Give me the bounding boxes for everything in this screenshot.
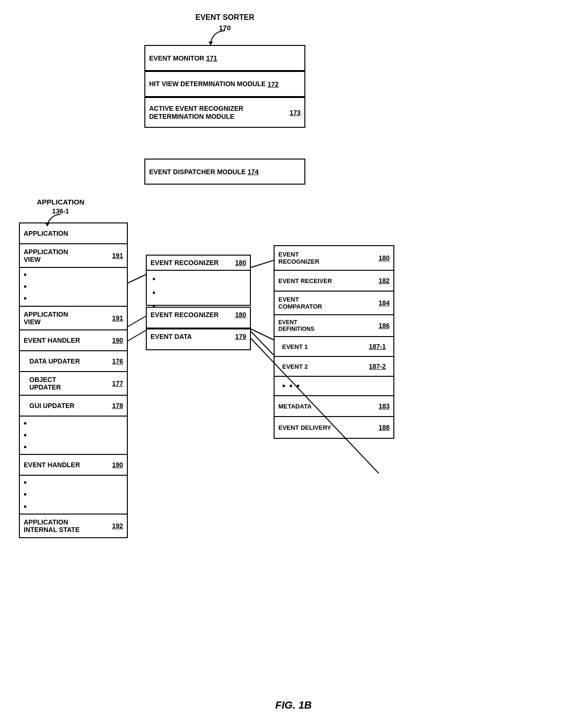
svg-marker-0 bbox=[208, 42, 213, 45]
event-data-box: EVENT DATA 179 bbox=[146, 328, 251, 350]
event-monitor-ref: 171 bbox=[206, 54, 217, 62]
figure-label: FIG. 1B bbox=[275, 699, 311, 711]
metadata-row: METADATA 183 bbox=[275, 396, 393, 417]
svg-line-8 bbox=[251, 329, 274, 340]
hit-view-box: HIT VIEW DETERMINATION MODULE 172 bbox=[144, 71, 305, 97]
svg-line-2 bbox=[128, 275, 146, 283]
svg-line-6 bbox=[251, 331, 274, 355]
event-1-row: EVENT 1 187-1 bbox=[275, 337, 393, 357]
event-sorter-number: 170 bbox=[159, 24, 291, 32]
event-delivery-row: EVENT DELIVERY 188 bbox=[275, 417, 393, 438]
app-row-internal-state: APPLICATIONINTERNAL STATE 192 bbox=[20, 515, 127, 537]
app-row-view-2: APPLICATIONVIEW 191 bbox=[20, 307, 127, 330]
app-row-event-handler-2: EVENT HANDLER 190 bbox=[20, 455, 127, 476]
app-dots-3: • • • bbox=[20, 476, 127, 515]
event-recognizer-box-2: EVENT RECOGNIZER 180 bbox=[146, 307, 251, 328]
active-event-ref: 173 bbox=[290, 109, 301, 116]
event-sorter-label: EVENT SORTER bbox=[159, 13, 291, 22]
app-row-application: APPLICATION bbox=[20, 223, 127, 244]
app-row-object-updater: OBJECTUPDATER 177 bbox=[20, 372, 127, 396]
app-dots-1: • • • bbox=[20, 268, 127, 307]
application-column: APPLICATION APPLICATIONVIEW 191 • • • AP… bbox=[19, 222, 128, 538]
event-dispatcher-box: EVENT DISPATCHER MODULE 174 bbox=[144, 159, 305, 185]
event-definitions-section: EVENTDEFINITIONS 186 EVENT 1 187-1 EVENT… bbox=[275, 315, 393, 396]
event-dots: • • • bbox=[275, 377, 393, 395]
app-row-gui-updater: GUI UPDATER 178 bbox=[20, 396, 127, 417]
app-row-data-updater: DATA UPDATER 176 bbox=[20, 351, 127, 372]
event-recognizer-box-1: EVENT RECOGNIZER 180 • • • bbox=[146, 255, 251, 306]
svg-line-5 bbox=[128, 330, 146, 341]
app-dots-2: • • • bbox=[20, 417, 127, 455]
event-monitor-box: EVENT MONITOR 171 bbox=[144, 45, 305, 71]
event-recognizer-detail: EVENTRECOGNIZER 180 EVENT RECEIVER 182 E… bbox=[274, 245, 394, 439]
application-number: 136-1 bbox=[23, 207, 98, 215]
app-row-event-handler-1: EVENT HANDLER 190 bbox=[20, 330, 127, 351]
active-event-box: ACTIVE EVENT RECOGNIZER DETERMINATION MO… bbox=[144, 97, 305, 128]
svg-line-3 bbox=[251, 260, 274, 267]
event-definitions-header: EVENTDEFINITIONS 186 bbox=[275, 315, 393, 337]
svg-line-4 bbox=[128, 316, 146, 327]
hit-view-ref: 172 bbox=[267, 80, 278, 88]
event-2-row: EVENT 2 187-2 bbox=[275, 357, 393, 377]
app-row-view-1: APPLICATIONVIEW 191 bbox=[20, 244, 127, 268]
application-label: APPLICATION bbox=[23, 198, 98, 206]
event-receiver-row: EVENT RECEIVER 182 bbox=[275, 271, 393, 292]
event-dispatcher-ref: 174 bbox=[248, 168, 258, 176]
event-comparator-row: EVENTCOMPARATOR 184 bbox=[275, 292, 393, 315]
diagram: EVENT SORTER 170 EVENT MONITOR 171 HIT V… bbox=[0, 0, 587, 728]
